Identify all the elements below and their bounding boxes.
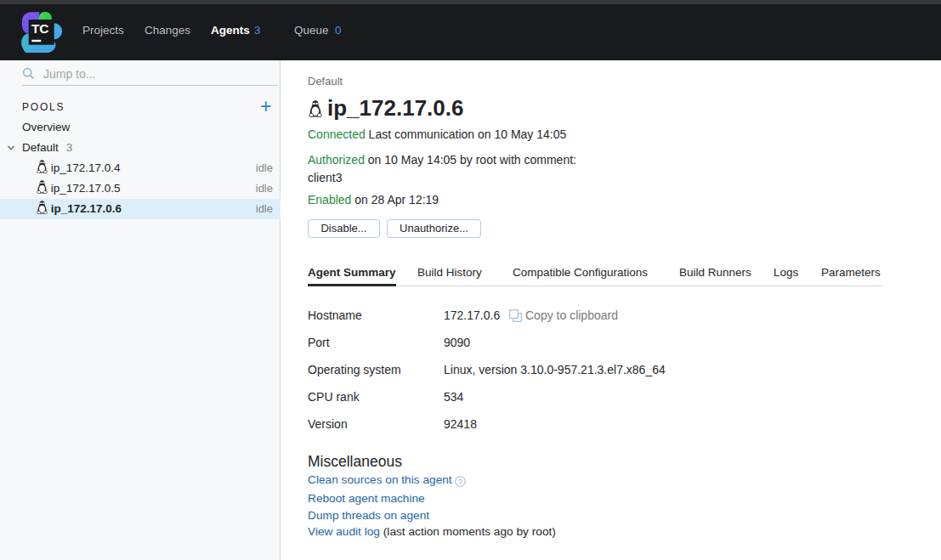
svg-text:?: ? (458, 478, 462, 486)
svg-text:TC: TC (31, 21, 48, 36)
